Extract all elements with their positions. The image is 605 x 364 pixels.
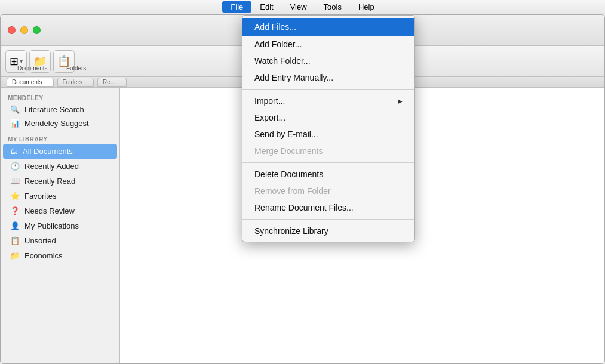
recently-read-icon: 📖 — [10, 177, 20, 186]
sidebar-item-unsorted[interactable]: 📋 Unsorted — [3, 233, 117, 248]
documents-label: Documents — [17, 65, 48, 72]
mendeley-suggest-icon: 📊 — [10, 119, 20, 128]
sidebar-item-economics[interactable]: 📁 Economics — [3, 248, 117, 263]
import-submenu-arrow: ▶ — [398, 98, 403, 104]
sidebar-item-my-publications[interactable]: 👤 My Publications — [3, 218, 117, 233]
sidebar-item-needs-review[interactable]: ❓ Needs Review — [3, 203, 117, 218]
maximize-button[interactable] — [33, 26, 41, 34]
minimize-button[interactable] — [20, 26, 28, 34]
menu-item-import[interactable]: Import... ▶ — [242, 92, 414, 109]
menu-file[interactable]: File — [222, 1, 251, 13]
economics-icon: 📁 — [10, 251, 20, 260]
sidebar-item-all-documents[interactable]: 🗂 All Documents — [3, 144, 117, 159]
separator-2 — [242, 162, 414, 163]
needs-review-icon: ❓ — [10, 206, 20, 215]
separator-3 — [242, 219, 414, 220]
documents-tab[interactable]: Documents — [7, 78, 54, 87]
menu-item-watch-folder[interactable]: Watch Folder... — [242, 53, 414, 69]
menu-item-synchronize-library[interactable]: Synchronize Library — [242, 223, 414, 239]
re-tab[interactable]: Re... — [97, 78, 127, 87]
file-menu-dropdown: Add Files... Add Folder... Watch Folder.… — [242, 15, 415, 242]
mendeley-section-header: MENDELEY — [1, 91, 119, 103]
literature-search-icon: 🔍 — [10, 105, 20, 114]
sidebar-item-favorites[interactable]: ⭐ Favorites — [3, 189, 117, 203]
unsorted-icon: 📋 — [10, 236, 20, 245]
menu-help[interactable]: Help — [350, 1, 383, 13]
favorites-icon: ⭐ — [10, 192, 20, 200]
folders-label: Folders — [66, 65, 86, 72]
sidebar-item-literature-search[interactable]: 🔍 Literature Search — [3, 103, 117, 116]
my-library-section-header: MY LIBRARY — [1, 130, 119, 144]
all-documents-icon: 🗂 — [10, 147, 18, 156]
separator-1 — [242, 89, 414, 90]
folders-tab[interactable]: Folders — [57, 78, 94, 87]
my-publications-icon: 👤 — [10, 221, 20, 230]
sidebar-item-mendeley-suggest[interactable]: 📊 Mendeley Suggest — [3, 116, 117, 130]
menu-item-rename-document-files[interactable]: Rename Document Files... — [242, 199, 414, 216]
sidebar-item-recently-added[interactable]: 🕐 Recently Added — [3, 159, 117, 174]
menu-item-send-by-email[interactable]: Send by E-mail... — [242, 126, 414, 143]
menu-tools[interactable]: Tools — [315, 1, 350, 13]
sidebar-item-recently-read[interactable]: 📖 Recently Read — [3, 174, 117, 189]
recently-added-icon: 🕐 — [10, 162, 20, 171]
menu-item-merge-documents: Merge Documents — [242, 143, 414, 159]
menu-item-add-files[interactable]: Add Files... — [242, 18, 414, 36]
menu-view[interactable]: View — [282, 1, 315, 13]
menu-item-remove-from-folder: Remove from Folder — [242, 183, 414, 199]
sidebar: MENDELEY 🔍 Literature Search 📊 Mendeley … — [1, 88, 120, 363]
menu-item-delete-documents[interactable]: Delete Documents — [242, 166, 414, 183]
menu-item-export[interactable]: Export... — [242, 109, 414, 126]
close-button[interactable] — [8, 26, 16, 34]
menu-edit[interactable]: Edit — [251, 1, 281, 13]
menu-item-add-entry-manually[interactable]: Add Entry Manually... — [242, 69, 414, 86]
dropdown-arrow-docs: ▾ — [20, 58, 23, 64]
menu-item-add-folder[interactable]: Add Folder... — [242, 36, 414, 53]
